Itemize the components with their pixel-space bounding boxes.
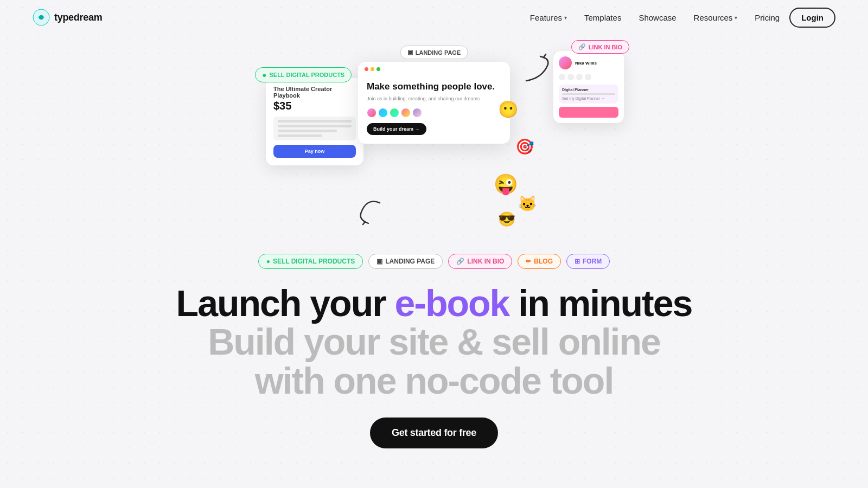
avatar <box>390 108 399 118</box>
emoji-float-5: 😎 <box>498 211 515 228</box>
lib-name: Nika Willis <box>575 61 597 66</box>
headline: Launch your e-book in minutes Build your… <box>176 284 692 400</box>
logo[interactable]: typedream <box>33 9 102 26</box>
headline-line2: Build your site & sell online <box>176 323 692 361</box>
landing-card-avatars <box>367 108 501 118</box>
landing-page-card: Make something people love. Join us in b… <box>358 62 510 144</box>
pill-link-in-bio[interactable]: 🔗 LINK IN BIO <box>448 254 512 269</box>
sell-card-button: Pay now <box>273 145 356 158</box>
avatar <box>378 108 388 118</box>
social-icon <box>567 74 574 80</box>
dot-green <box>376 67 380 71</box>
emoji-float-2: 🎯 <box>515 138 534 156</box>
pill-sell-digital-products[interactable]: ● SELL DIGITAL PRODUCTS <box>258 254 363 269</box>
lib-avatar <box>559 56 572 69</box>
navbar: typedream Features ▾ Templates Showcase … <box>0 0 868 35</box>
form-line <box>278 125 352 127</box>
headline-line1: Launch your e-book in minutes <box>176 284 692 323</box>
nav-item-features[interactable]: Features ▾ <box>522 9 575 27</box>
green-dot-icon: ● <box>262 70 266 79</box>
arrow-right <box>515 51 559 89</box>
pill-landing-page[interactable]: ▣ LANDING PAGE <box>368 254 443 269</box>
landing-page-icon: ▣ <box>376 258 382 265</box>
nav-links: Features ▾ Templates Showcase Resources … <box>522 8 835 28</box>
chevron-down-icon: ▾ <box>564 15 567 21</box>
social-icon <box>559 74 565 80</box>
sell-digital-products-card: The Ultimate Creator Playbook $35 Pay no… <box>266 78 363 165</box>
green-dot-icon: ● <box>266 258 270 265</box>
nav-item-templates[interactable]: Templates <box>577 9 629 27</box>
blog-icon: ✏ <box>526 258 531 265</box>
avatar <box>367 108 376 118</box>
link-in-bio-card: Nika Willis Digital Planner Get my Digit… <box>553 51 624 123</box>
avatar <box>401 108 411 118</box>
cta-wrap: Get started for free <box>370 418 498 448</box>
pill-blog[interactable]: ✏ BLOG <box>518 254 561 269</box>
landing-icon: ▣ <box>407 49 413 56</box>
feature-pills: ● SELL DIGITAL PRODUCTS ▣ LANDING PAGE 🔗… <box>258 254 610 269</box>
link-icon: 🔗 <box>456 258 464 265</box>
lib-button <box>559 107 618 118</box>
social-icon <box>585 74 591 80</box>
lib-product-title: Digital Planner <box>562 88 615 92</box>
lib-product: Digital Planner Get my Digital Planner → <box>559 85 618 104</box>
pill-form[interactable]: ⊞ FORM <box>566 254 610 269</box>
badge-link-in-bio: 🔗 LINK IN BIO <box>571 40 629 54</box>
avatar <box>412 108 422 118</box>
landing-card-cta: Build your dream → <box>367 123 426 135</box>
social-icon <box>576 74 583 80</box>
lib-divider <box>562 93 615 95</box>
landing-card-title: Make something people love. <box>367 81 501 92</box>
svg-point-1 <box>39 15 43 20</box>
badge-landing-page: ▣ LANDING PAGE <box>400 46 468 59</box>
form-line <box>278 120 352 123</box>
form-line <box>278 134 322 137</box>
arrow-left <box>350 192 388 230</box>
logo-text: typedream <box>54 12 102 23</box>
lib-product-cta: Get my Digital Planner → <box>562 97 615 100</box>
form-line <box>278 130 337 132</box>
headline-line3: with one no-code tool <box>176 362 692 400</box>
badge-sell-digital-products: ● SELL DIGITAL PRODUCTS <box>255 67 352 82</box>
get-started-button[interactable]: Get started for free <box>370 418 498 448</box>
login-button[interactable]: Login <box>789 8 835 28</box>
landing-card-subtitle: Join us in building, creating, and shari… <box>367 95 501 102</box>
sell-card-form <box>273 117 356 140</box>
window-dots <box>358 62 510 74</box>
landing-card-content: Make something people love. Join us in b… <box>358 74 510 144</box>
dot-red <box>365 67 368 71</box>
preview-area: ● SELL DIGITAL PRODUCTS ▣ LANDING PAGE 🔗… <box>244 46 624 241</box>
link-icon: 🔗 <box>578 43 586 50</box>
sell-card-title: The Ultimate Creator Playbook <box>273 86 356 99</box>
form-icon: ⊞ <box>575 258 580 265</box>
emoji-float-4: 🐱 <box>518 195 537 213</box>
emoji-float-3: 😜 <box>494 173 518 196</box>
chevron-down-icon: ▾ <box>735 15 737 21</box>
nav-item-resources[interactable]: Resources ▾ <box>686 9 745 27</box>
hero-section: ● SELL DIGITAL PRODUCTS ▣ LANDING PAGE 🔗… <box>0 35 868 448</box>
nav-item-showcase[interactable]: Showcase <box>631 9 684 27</box>
lib-social-icons <box>559 74 618 80</box>
dot-yellow <box>371 67 374 71</box>
lib-header: Nika Willis <box>559 56 618 69</box>
nav-item-pricing[interactable]: Pricing <box>747 9 787 27</box>
emoji-float-1: 😶 <box>498 100 518 119</box>
sell-card-price: $35 <box>273 100 356 112</box>
